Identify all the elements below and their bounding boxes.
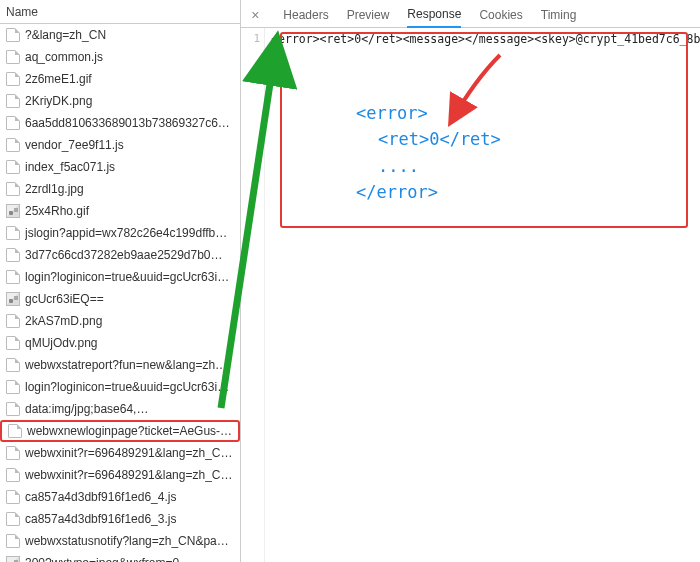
request-row[interactable]: 2KriyDK.png — [0, 90, 240, 112]
request-row[interactable]: 2zrdl1g.jpg — [0, 178, 240, 200]
request-name: qMUjOdv.png — [25, 336, 234, 350]
request-row[interactable]: webwxinit?r=696489291&lang=zh_C… — [0, 464, 240, 486]
line-gutter: 1 — [241, 28, 265, 562]
request-name: aq_common.js — [25, 50, 234, 64]
generic-file-icon — [6, 116, 20, 130]
generic-file-icon — [6, 248, 20, 262]
request-name: webwxstatusnotify?lang=zh_CN&pa… — [25, 534, 234, 548]
request-row[interactable]: login?loginicon=true&uuid=gcUcr63i… — [0, 376, 240, 398]
generic-file-icon — [6, 94, 20, 108]
tab-headers[interactable]: Headers — [283, 8, 328, 27]
request-name: webwxinit?r=696489291&lang=zh_C… — [25, 468, 234, 482]
generic-file-icon — [6, 182, 20, 196]
generic-file-icon — [6, 402, 20, 416]
tab-cookies[interactable]: Cookies — [479, 8, 522, 27]
response-body: 1 <error><ret>0</ret><message></message>… — [241, 28, 700, 562]
tab-preview[interactable]: Preview — [347, 8, 390, 27]
request-name: webwxnewloginpage?ticket=AeGus-… — [27, 424, 232, 438]
request-name: jslogin?appid=wx782c26e4c199dffb… — [25, 226, 234, 240]
request-row[interactable]: ca857a4d3dbf916f1ed6_3.js — [0, 508, 240, 530]
response-content[interactable]: <error><ret>0</ret><message></message><s… — [265, 28, 700, 562]
request-row[interactable]: 300?wxtype=jpeg&wxfrom=0 — [0, 552, 240, 562]
request-name: 2z6meE1.gif — [25, 72, 234, 86]
request-name: 3d77c66cd37282eb9aae2529d7b0… — [25, 248, 234, 262]
close-icon[interactable]: × — [249, 7, 265, 27]
generic-file-icon — [6, 28, 20, 42]
request-name: ?&lang=zh_CN — [25, 28, 234, 42]
request-row[interactable]: data:img/jpg;base64,… — [0, 398, 240, 420]
column-header-name[interactable]: Name — [0, 0, 240, 24]
request-row[interactable]: gcUcr63iEQ== — [0, 288, 240, 310]
devtools-network-panel: Name ?&lang=zh_CNaq_common.js2z6meE1.gif… — [0, 0, 700, 562]
detail-tabs: × HeadersPreviewResponseCookiesTiming — [241, 0, 700, 28]
generic-file-icon — [6, 468, 20, 482]
request-row[interactable]: ca857a4d3dbf916f1ed6_4.js — [0, 486, 240, 508]
request-row[interactable]: qMUjOdv.png — [0, 332, 240, 354]
generic-file-icon — [6, 446, 20, 460]
request-row[interactable]: webwxnewloginpage?ticket=AeGus-… — [0, 420, 240, 442]
request-name: index_f5ac071.js — [25, 160, 234, 174]
request-row[interactable]: ?&lang=zh_CN — [0, 24, 240, 46]
image-file-icon — [6, 292, 20, 306]
generic-file-icon — [6, 512, 20, 526]
generic-file-icon — [6, 534, 20, 548]
detail-panel: × HeadersPreviewResponseCookiesTiming 1 … — [241, 0, 700, 562]
image-file-icon — [6, 204, 20, 218]
tab-timing[interactable]: Timing — [541, 8, 577, 27]
generic-file-icon — [6, 138, 20, 152]
generic-file-icon — [6, 490, 20, 504]
request-name: login?loginicon=true&uuid=gcUcr63i… — [25, 380, 234, 394]
generic-file-icon — [6, 50, 20, 64]
request-row[interactable]: 2z6meE1.gif — [0, 68, 240, 90]
request-row[interactable]: 6aa5dd810633689013b73869327c6… — [0, 112, 240, 134]
request-name: 25x4Rho.gif — [25, 204, 234, 218]
generic-file-icon — [6, 160, 20, 174]
request-row[interactable]: webwxstatusnotify?lang=zh_CN&pa… — [0, 530, 240, 552]
generic-file-icon — [6, 358, 20, 372]
request-name: 300?wxtype=jpeg&wxfrom=0 — [25, 556, 234, 562]
request-row[interactable]: index_f5ac071.js — [0, 156, 240, 178]
generic-file-icon — [6, 380, 20, 394]
generic-file-icon — [6, 336, 20, 350]
request-name: data:img/jpg;base64,… — [25, 402, 234, 416]
request-row[interactable]: webwxinit?r=696489291&lang=zh_C… — [0, 442, 240, 464]
request-name: 2KriyDK.png — [25, 94, 234, 108]
request-row[interactable]: 2kAS7mD.png — [0, 310, 240, 332]
request-row[interactable]: 3d77c66cd37282eb9aae2529d7b0… — [0, 244, 240, 266]
generic-file-icon — [6, 72, 20, 86]
response-text: <error><ret>0</ret><message></message><s… — [271, 32, 700, 46]
request-row[interactable]: webwxstatreport?fun=new&lang=zh… — [0, 354, 240, 376]
request-list-panel: Name ?&lang=zh_CNaq_common.js2z6meE1.gif… — [0, 0, 241, 562]
request-row[interactable]: vendor_7ee9f11.js — [0, 134, 240, 156]
tab-response[interactable]: Response — [407, 7, 461, 28]
line-number: 1 — [241, 32, 260, 45]
image-file-icon — [6, 556, 20, 562]
request-name: login?loginicon=true&uuid=gcUcr63i… — [25, 270, 234, 284]
generic-file-icon — [6, 226, 20, 240]
generic-file-icon — [8, 424, 22, 438]
request-name: ca857a4d3dbf916f1ed6_4.js — [25, 490, 234, 504]
request-row[interactable]: 25x4Rho.gif — [0, 200, 240, 222]
generic-file-icon — [6, 314, 20, 328]
generic-file-icon — [6, 270, 20, 284]
request-name: 2kAS7mD.png — [25, 314, 234, 328]
request-row[interactable]: jslogin?appid=wx782c26e4c199dffb… — [0, 222, 240, 244]
request-row[interactable]: aq_common.js — [0, 46, 240, 68]
request-name: 6aa5dd810633689013b73869327c6… — [25, 116, 234, 130]
request-name: gcUcr63iEQ== — [25, 292, 234, 306]
request-list: ?&lang=zh_CNaq_common.js2z6meE1.gif2Kriy… — [0, 24, 240, 562]
request-name: ca857a4d3dbf916f1ed6_3.js — [25, 512, 234, 526]
request-name: webwxinit?r=696489291&lang=zh_C… — [25, 446, 234, 460]
request-name: webwxstatreport?fun=new&lang=zh… — [25, 358, 234, 372]
request-row[interactable]: login?loginicon=true&uuid=gcUcr63i… — [0, 266, 240, 288]
request-name: 2zrdl1g.jpg — [25, 182, 234, 196]
request-name: vendor_7ee9f11.js — [25, 138, 234, 152]
